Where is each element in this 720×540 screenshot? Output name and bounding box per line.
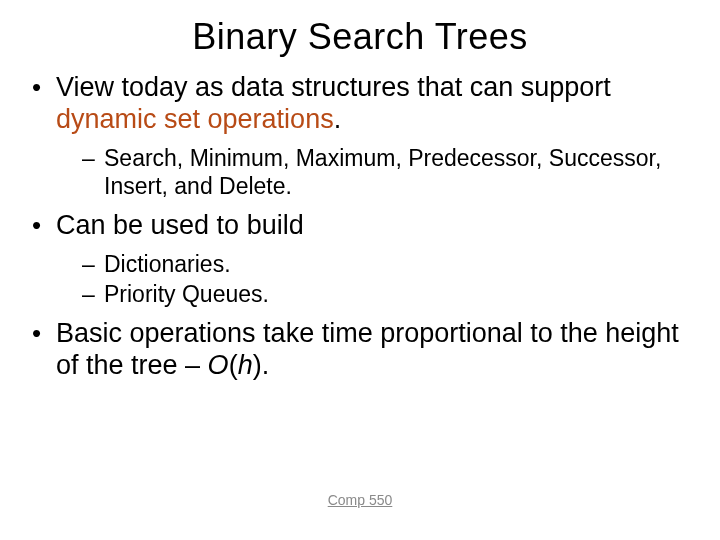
bullet-1-post: . <box>334 104 342 134</box>
bullet-1-sub-1: Search, Minimum, Maximum, Predecessor, S… <box>56 144 692 200</box>
bullet-3-paren-close: ). <box>253 350 270 380</box>
bullet-1: View today as data structures that can s… <box>28 72 692 200</box>
bullet-3-pre: Basic operations take time proportional … <box>56 318 679 380</box>
bullet-2-sub-1: Dictionaries. <box>56 250 692 278</box>
bullet-2-text: Can be used to build <box>56 210 304 240</box>
bullet-1-pre: View today as data structures that can s… <box>56 72 611 102</box>
bullet-2-sublist: Dictionaries. Priority Queues. <box>56 250 692 308</box>
bullet-3-paren-open: ( <box>229 350 238 380</box>
bullet-3-h: h <box>238 350 253 380</box>
footer-link[interactable]: Comp 550 <box>0 492 720 508</box>
bullet-3: Basic operations take time proportional … <box>28 318 692 382</box>
bullet-list: View today as data structures that can s… <box>28 72 692 381</box>
bullet-3-o: O <box>208 350 229 380</box>
bullet-2: Can be used to build Dictionaries. Prior… <box>28 210 692 308</box>
bullet-1-accent: dynamic set operations <box>56 104 334 134</box>
bullet-2-sub-2: Priority Queues. <box>56 280 692 308</box>
slide-title: Binary Search Trees <box>28 16 692 58</box>
bullet-1-sublist: Search, Minimum, Maximum, Predecessor, S… <box>56 144 692 200</box>
slide: Binary Search Trees View today as data s… <box>0 0 720 540</box>
